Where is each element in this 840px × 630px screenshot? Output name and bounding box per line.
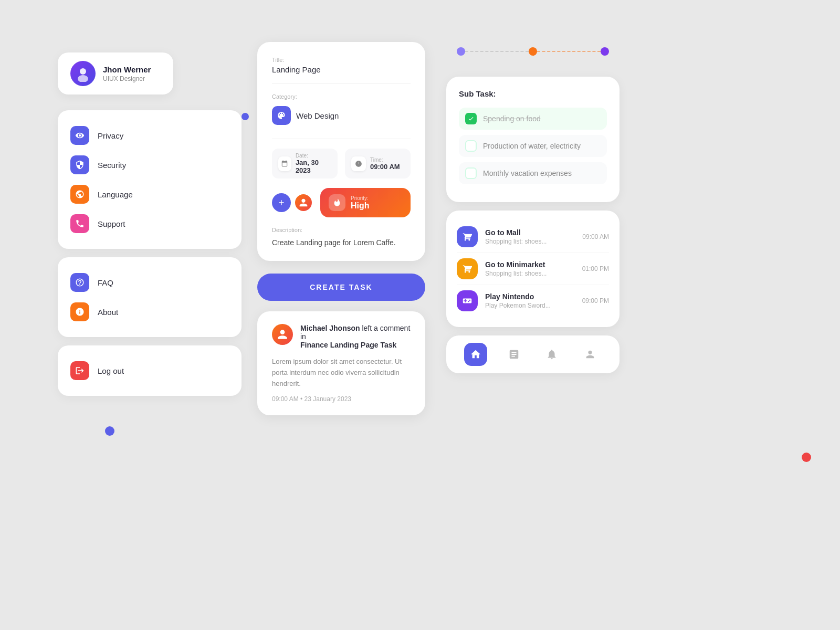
accent-dot-1 xyxy=(242,113,249,120)
bell-icon xyxy=(546,349,558,360)
eye-icon xyxy=(75,131,85,140)
description-label: Description: xyxy=(272,227,411,233)
phone-icon xyxy=(75,219,85,228)
add-assignee-button[interactable] xyxy=(272,193,291,212)
title-label: Title: xyxy=(272,57,411,63)
about-label: About xyxy=(98,308,118,317)
question-icon xyxy=(75,278,85,287)
user-card: Jhon Werner UIUX Designer xyxy=(58,52,173,94)
security-icon-bg xyxy=(70,155,89,174)
divider-1 xyxy=(272,83,411,84)
activity-time-1: 09:00 AM xyxy=(582,233,609,240)
activity-item-2[interactable]: Go to Minimarket Shopping list: shoes...… xyxy=(457,253,609,285)
date-info: Date: Jan, 30 2023 xyxy=(296,153,331,174)
comment-timestamp: 09:00 AM • 23 January 2023 xyxy=(272,395,411,403)
check-icon-1 xyxy=(468,116,474,122)
title-field: Title: Landing Page xyxy=(272,57,411,74)
subtask-card: Sub Task: Spending on food Production of… xyxy=(446,77,620,202)
subtask-label-2: Production of water, electricity xyxy=(483,142,581,150)
activity-item-1[interactable]: Go to Mall Shopping list: shoes... 09:00… xyxy=(457,221,609,253)
date-box: Date: Jan, 30 2023 xyxy=(272,149,338,178)
activity-title-1: Go to Mall xyxy=(485,228,575,237)
activity-title-3: Play Nintendo xyxy=(485,292,575,301)
svg-point-0 xyxy=(80,68,86,75)
description-value: Create Landing page for Lorem Caffe. xyxy=(272,237,411,248)
menu-item-language[interactable]: Language xyxy=(70,180,229,209)
time-box: Time: 09:00 AM xyxy=(345,149,411,178)
secondary-menu-card: FAQ About xyxy=(58,257,242,337)
activity-info-2: Go to Minimarket Shopping list: shoes... xyxy=(485,260,575,277)
progress-dot-start xyxy=(457,47,465,56)
user-role: UIUX Designer xyxy=(103,75,151,82)
nav-profile[interactable] xyxy=(579,343,602,366)
nav-notes[interactable] xyxy=(502,343,526,366)
subtask-label-3: Monthly vacation expenses xyxy=(483,169,572,177)
nav-home[interactable] xyxy=(464,343,487,366)
logout-icon xyxy=(75,366,85,375)
language-icon-bg xyxy=(70,185,89,204)
comment-date-val: 23 January 2023 xyxy=(304,395,351,403)
globe-icon xyxy=(75,190,85,199)
shield-icon xyxy=(75,160,85,170)
privacy-label: Privacy xyxy=(98,131,123,140)
menu-item-about[interactable]: About xyxy=(70,297,229,327)
center-panel: Title: Landing Page Category: Web Design xyxy=(257,42,425,415)
menu-item-security[interactable]: Security xyxy=(70,150,229,180)
priority-info: Priority: High xyxy=(351,195,370,211)
priority-badge: Priority: High xyxy=(320,188,411,217)
comment-author-line: Michael Jhonson left a comment in xyxy=(300,324,411,341)
faq-icon-bg xyxy=(70,273,89,292)
info-icon xyxy=(75,307,85,317)
bottom-nav-card xyxy=(446,335,620,373)
user-info: Jhon Werner UIUX Designer xyxy=(103,65,151,82)
faq-label: FAQ xyxy=(98,278,113,287)
progress-dot-middle xyxy=(529,47,537,56)
subtask-item-3[interactable]: Monthly vacation expenses xyxy=(459,162,607,184)
activity-icon-3 xyxy=(457,290,478,311)
menu-item-logout[interactable]: Log out xyxy=(70,356,229,385)
activity-time-3: 09:00 PM xyxy=(582,297,609,304)
description-field: Description: Create Landing page for Lor… xyxy=(272,227,411,248)
activity-item-3[interactable]: Play Nintendo Play Pokemon Sword... 09:0… xyxy=(457,285,609,317)
checkbox-3 xyxy=(465,167,477,179)
accent-dot-bottom-left xyxy=(105,426,114,436)
commenter-name: Michael Jhonson xyxy=(300,324,360,332)
security-label: Security xyxy=(98,161,126,170)
support-label: Support xyxy=(98,219,125,228)
comment-card: Michael Jhonson left a comment in Financ… xyxy=(257,311,425,415)
divider-2 xyxy=(272,139,411,139)
logout-label: Log out xyxy=(98,366,124,375)
category-icon-bg xyxy=(272,106,291,125)
time-info: Time: 09:00 AM xyxy=(370,157,400,171)
category-label: Category: xyxy=(272,93,411,100)
comment-task-name: Finance Landing Page Task xyxy=(300,341,411,349)
activity-icon-1 xyxy=(457,226,478,247)
cart-icon xyxy=(463,232,472,242)
priority-label: Priority: xyxy=(351,195,370,201)
activity-sub-2: Shopping list: shoes... xyxy=(485,270,575,277)
left-panel: Jhon Werner UIUX Designer Privacy xyxy=(58,52,242,404)
menu-item-support[interactable]: Support xyxy=(70,209,229,238)
comment-time-val: 09:00 AM xyxy=(272,395,299,403)
calendar-icon xyxy=(278,156,291,171)
menu-item-privacy[interactable]: Privacy xyxy=(70,121,229,150)
primary-menu-card: Privacy Security Language xyxy=(58,110,242,249)
nav-notifications[interactable] xyxy=(540,343,563,366)
logout-icon-bg xyxy=(70,361,89,380)
time-value: 09:00 AM xyxy=(370,163,400,171)
subtask-item-1[interactable]: Spending on food xyxy=(459,108,607,130)
subtask-title: Sub Task: xyxy=(459,89,607,98)
create-task-button[interactable]: CREATE TASK xyxy=(257,274,425,301)
about-icon-bg xyxy=(70,302,89,321)
activity-info-1: Go to Mall Shopping list: shoes... xyxy=(485,228,575,245)
comment-separator: • xyxy=(300,395,304,403)
assignee-group xyxy=(272,193,313,212)
menu-item-faq[interactable]: FAQ xyxy=(70,268,229,297)
activity-info-3: Play Nintendo Play Pokemon Sword... xyxy=(485,292,575,309)
avatar xyxy=(70,61,96,86)
task-card: Title: Landing Page Category: Web Design xyxy=(257,42,425,261)
flame-icon xyxy=(333,198,341,207)
progress-tracker xyxy=(446,42,620,61)
logout-card: Log out xyxy=(58,345,242,396)
subtask-item-2[interactable]: Production of water, electricity xyxy=(459,135,607,157)
